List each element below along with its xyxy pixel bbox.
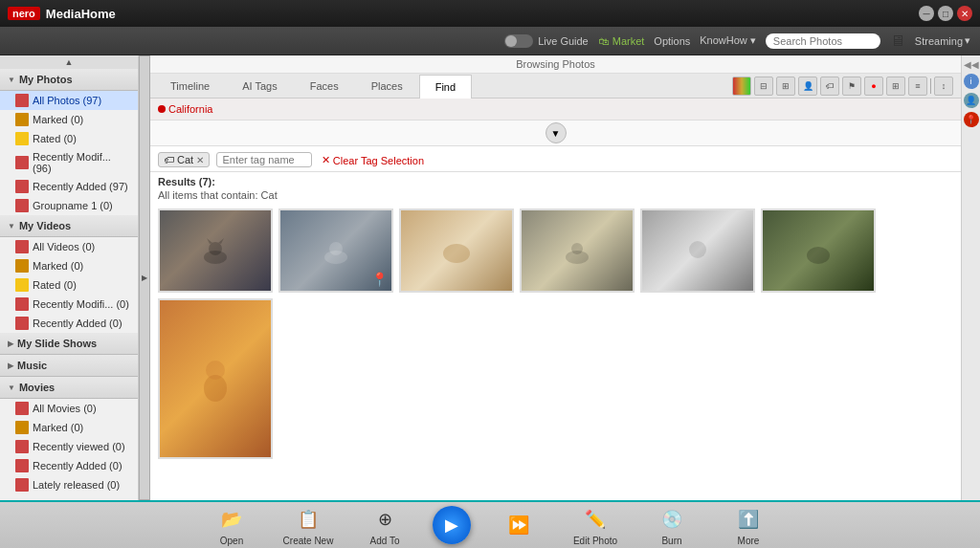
open-action[interactable]: 📂 Open — [203, 505, 260, 546]
maximize-button[interactable]: □ — [938, 6, 953, 21]
all-videos-icon — [15, 240, 29, 253]
more-action[interactable]: ⬆️ More — [720, 505, 777, 546]
movies-marked-icon — [15, 421, 29, 434]
sidebar-item-recently-added[interactable]: Recently Added (97) — [0, 177, 138, 196]
movies-marked-label: Marked (0) — [33, 422, 83, 433]
forward-action[interactable]: ⏩ — [490, 511, 547, 539]
tab-ai-tags[interactable]: AI Tags — [226, 74, 294, 98]
sidebar-section-slide-shows[interactable]: ▶ My Slide Shows — [0, 333, 138, 355]
create-new-action[interactable]: 📋 Create New — [279, 505, 337, 546]
minimize-button[interactable]: ─ — [919, 6, 934, 21]
burn-icon: 💿 — [657, 505, 686, 534]
tab-timeline-label: Timeline — [170, 80, 210, 92]
sidebar-item-marked[interactable]: Marked (0) — [0, 110, 138, 129]
options-menu[interactable]: Options — [654, 35, 690, 47]
play-button[interactable]: ▶ — [433, 506, 471, 544]
toolbar-view1-btn[interactable]: ⊞ — [776, 77, 795, 96]
sidebar-item-lately-released[interactable]: Lately released (0) — [0, 475, 138, 494]
tag-input[interactable] — [216, 152, 312, 167]
videos-recently-modified-label: Recently Modifi... (0) — [33, 298, 129, 310]
photo-thumb-6[interactable] — [761, 208, 876, 293]
sidebar-item-videos-recently-added[interactable]: Recently Added (0) — [0, 314, 138, 333]
search-input[interactable] — [766, 33, 880, 49]
market-button[interactable]: 🛍 Market — [598, 35, 645, 47]
sidebar-item-videos-marked[interactable]: Marked (0) — [0, 256, 138, 275]
close-button[interactable]: ✕ — [957, 6, 972, 21]
cat-shape-6 — [799, 236, 837, 265]
sidebar-item-all-movies[interactable]: All Movies (0) — [0, 399, 138, 418]
create-new-label: Create New — [283, 536, 334, 546]
toolbar-sort-btn[interactable]: ↕ — [934, 77, 953, 96]
monitor-icon: 🖥 — [890, 33, 905, 50]
person-button[interactable]: 👤 — [964, 93, 979, 108]
edit-photo-action[interactable]: ✏️ Edit Photo — [567, 505, 624, 546]
clear-tag-button[interactable]: ✕ Clear Tag Selection — [322, 154, 424, 166]
burn-action[interactable]: 💿 Burn — [643, 505, 701, 546]
info-button[interactable]: i — [964, 74, 979, 89]
live-guide-toggle[interactable] — [504, 34, 533, 48]
photo-thumb-4[interactable] — [520, 208, 635, 293]
tab-faces[interactable]: Faces — [294, 74, 355, 98]
videos-recently-added-label: Recently Added (0) — [33, 318, 122, 329]
right-panel-up[interactable]: ◀◀ — [964, 59, 979, 70]
sidebar-item-videos-recently-modified[interactable]: Recently Modifi... (0) — [0, 295, 138, 314]
photo-thumb-7[interactable] — [158, 298, 273, 459]
music-arrow: ▶ — [8, 362, 13, 370]
edit-photo-label: Edit Photo — [573, 536, 617, 546]
tabs-bar: Timeline AI Tags Faces Places Find ⊟ ⊞ 👤… — [150, 74, 961, 99]
all-movies-icon — [15, 402, 29, 415]
toolbar-flag-btn[interactable]: ⚑ — [842, 77, 861, 96]
sidebar-right-scroll[interactable]: ▶ — [139, 55, 150, 500]
app-title: MediaHome — [46, 7, 116, 21]
live-guide-control[interactable]: Live Guide — [504, 34, 589, 48]
sidebar-item-videos-rated[interactable]: Rated (0) — [0, 275, 138, 295]
sidebar-item-rated[interactable]: Rated (0) — [0, 129, 138, 148]
sidebar-scroll-up[interactable]: ▲ — [0, 55, 138, 69]
sidebar-item-groupname1[interactable]: Groupname 1 (0) — [0, 196, 138, 215]
cat-shape-2 — [317, 236, 355, 265]
my-videos-arrow: ▼ — [8, 222, 15, 230]
toolbar-slider-btn[interactable]: ⊟ — [754, 77, 773, 96]
my-photos-arrow: ▼ — [8, 76, 15, 84]
sidebar-item-movies-marked[interactable]: Marked (0) — [0, 418, 138, 437]
pin-button[interactable]: 📍 — [964, 112, 979, 127]
knowhow-menu[interactable]: KnowHow ▾ — [700, 34, 756, 47]
streaming-button[interactable]: Streaming ▾ — [915, 34, 970, 47]
all-videos-label: All Videos (0) — [33, 241, 95, 252]
cat-shape-3 — [437, 236, 476, 265]
tab-ai-tags-label: AI Tags — [242, 80, 278, 92]
photo-thumb-3[interactable] — [399, 208, 514, 293]
toolbar-grid-btn[interactable]: ⊞ — [886, 77, 905, 96]
toolbar-face-btn[interactable]: 👤 — [798, 77, 817, 96]
expand-button[interactable]: ▼ — [546, 122, 567, 143]
sidebar-section-movies[interactable]: ▼ Movies — [0, 377, 138, 399]
groupname1-label: Groupname 1 (0) — [33, 200, 113, 211]
streaming-label: Streaming — [915, 35, 963, 47]
toolbar-red-btn[interactable]: ● — [864, 77, 883, 96]
videos-marked-label: Marked (0) — [33, 260, 83, 272]
sidebar-item-recently-viewed[interactable]: Recently viewed (0) — [0, 437, 138, 456]
add-to-action[interactable]: ⊕ Add To — [356, 505, 413, 546]
photo-thumb-1[interactable] — [158, 208, 273, 293]
my-videos-label: My Videos — [19, 220, 71, 231]
tab-places[interactable]: Places — [355, 74, 419, 98]
photo-grid: 📍 — [158, 208, 953, 459]
sidebar-item-all-videos[interactable]: All Videos (0) — [0, 237, 138, 256]
sidebar-item-movies-recently-added[interactable]: Recently Added (0) — [0, 456, 138, 475]
svg-point-12 — [206, 361, 225, 380]
photo-thumb-2[interactable]: 📍 — [278, 208, 393, 293]
toolbar-tag-btn[interactable]: 🏷 — [820, 77, 839, 96]
toolbar-list-btn[interactable]: ≡ — [908, 77, 927, 96]
sidebar-section-my-photos[interactable]: ▼ My Photos — [0, 69, 138, 91]
sidebar-section-my-videos[interactable]: ▼ My Videos — [0, 215, 138, 237]
sidebar-item-recently-modified[interactable]: Recently Modif... (96) — [0, 148, 138, 177]
photo-thumb-5[interactable] — [640, 208, 755, 293]
toolbar-color-btn[interactable] — [732, 77, 751, 96]
tab-find[interactable]: Find — [419, 75, 472, 99]
tag-chip-remove[interactable]: ✕ — [196, 155, 204, 165]
tab-timeline[interactable]: Timeline — [154, 74, 226, 98]
svg-point-5 — [329, 242, 343, 255]
sidebar-item-all-photos[interactable]: All Photos (97) — [0, 91, 138, 110]
sidebar-section-music[interactable]: ▶ Music — [0, 355, 138, 377]
menu-bar: Live Guide 🛍 Market Options KnowHow ▾ 🖥 … — [0, 27, 980, 55]
